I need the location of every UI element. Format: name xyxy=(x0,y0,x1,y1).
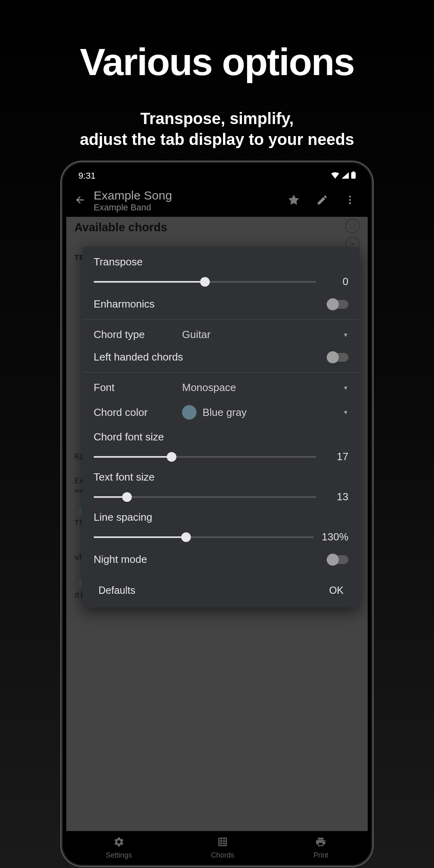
chevron-down-icon: ▼ xyxy=(343,332,348,338)
promo-subtitle-line2: adjust the tab display to your needs xyxy=(80,130,354,148)
night-mode-toggle[interactable] xyxy=(327,555,348,564)
phone-frame: 9:31 Example Song Example Band xyxy=(60,161,374,867)
left-handed-label: Left handed chords xyxy=(94,351,183,363)
left-handed-toggle[interactable] xyxy=(327,353,348,362)
nav-chords[interactable]: Chords xyxy=(211,836,234,860)
expand-icon[interactable] xyxy=(345,219,360,233)
svg-rect-0 xyxy=(351,172,356,179)
chord-color-label: Chord color xyxy=(94,406,174,419)
chevron-down-icon: ▼ xyxy=(343,385,348,391)
chord-font-size-slider[interactable] xyxy=(94,456,316,458)
status-time: 9:31 xyxy=(78,171,96,181)
promo-title: Various options xyxy=(0,40,434,84)
chord-type-label: Chord type xyxy=(94,328,174,341)
nav-settings[interactable]: Settings xyxy=(106,836,132,860)
pencil-icon[interactable] xyxy=(312,190,332,212)
font-label: Font xyxy=(94,381,174,394)
chords-grid-icon xyxy=(217,836,228,850)
font-value: Monospace xyxy=(182,381,335,394)
enharmonics-toggle[interactable] xyxy=(327,300,348,309)
text-font-size-slider[interactable] xyxy=(94,496,316,498)
transpose-slider[interactable] xyxy=(94,281,316,283)
signal-icon xyxy=(342,171,349,181)
ok-button[interactable]: OK xyxy=(329,585,344,596)
color-swatch xyxy=(182,405,197,420)
enharmonics-label: Enharmonics xyxy=(94,298,155,310)
header-titles: Example Song Example Band xyxy=(94,189,275,213)
transpose-section: Transpose 0 Enharmonics xyxy=(82,247,360,319)
promo-subtitle: Transpose, simplify, adjust the tab disp… xyxy=(0,108,434,150)
song-title: Example Song xyxy=(94,189,275,202)
print-icon xyxy=(315,836,326,850)
display-section: Font Monospace ▼ Chord color Blue gray ▼… xyxy=(82,373,360,575)
nav-chords-label: Chords xyxy=(211,851,234,860)
transpose-value: 0 xyxy=(324,275,348,288)
options-dialog: Transpose 0 Enharmonics Chord type xyxy=(82,247,360,607)
promo-subtitle-line1: Transpose, simplify, xyxy=(140,110,294,127)
dialog-actions: Defaults OK xyxy=(82,575,360,607)
night-mode-label: Night mode xyxy=(94,553,147,566)
chevron-down-icon: ▼ xyxy=(343,409,348,416)
text-font-size-value: 13 xyxy=(324,491,348,503)
chord-color-value: Blue gray xyxy=(182,405,335,420)
gear-icon xyxy=(113,836,125,850)
font-dropdown[interactable]: Font Monospace ▼ xyxy=(94,381,348,394)
svg-point-2 xyxy=(349,196,351,198)
chord-type-dropdown[interactable]: Chord type Guitar ▼ xyxy=(94,328,348,341)
phone-screen: 9:31 Example Song Example Band xyxy=(66,167,368,861)
line-spacing-slider[interactable] xyxy=(94,536,314,538)
bottom-nav: Settings Chords Print xyxy=(66,831,368,861)
transpose-label: Transpose xyxy=(94,256,348,268)
line-spacing-label: Line spacing xyxy=(94,511,348,524)
battery-icon xyxy=(351,171,356,181)
chord-font-size-label: Chord font size xyxy=(94,431,348,443)
chord-font-size-value: 17 xyxy=(324,450,348,463)
text-font-size-label: Text font size xyxy=(94,471,348,483)
band-name: Example Band xyxy=(94,202,275,213)
star-icon[interactable] xyxy=(283,189,304,212)
more-vert-icon[interactable] xyxy=(340,190,360,211)
svg-rect-5 xyxy=(219,838,227,846)
svg-point-4 xyxy=(349,202,351,204)
nav-print[interactable]: Print xyxy=(313,836,328,860)
chord-type-value: Guitar xyxy=(182,328,335,341)
available-chords-header: Available chords xyxy=(74,221,167,234)
defaults-button[interactable]: Defaults xyxy=(98,585,135,596)
nav-settings-label: Settings xyxy=(106,851,132,860)
svg-point-3 xyxy=(349,199,351,201)
chord-color-name: Blue gray xyxy=(203,406,247,419)
wifi-icon xyxy=(331,171,339,181)
nav-print-label: Print xyxy=(313,851,328,860)
app-header: Example Song Example Band xyxy=(66,185,368,217)
chord-section: Chord type Guitar ▼ Left handed chords xyxy=(82,320,360,372)
status-icons xyxy=(331,171,356,181)
chord-color-dropdown[interactable]: Chord color Blue gray ▼ xyxy=(94,405,348,420)
back-arrow-icon[interactable] xyxy=(74,194,86,207)
line-spacing-value: 130% xyxy=(322,531,349,543)
status-bar: 9:31 xyxy=(66,167,368,185)
svg-rect-1 xyxy=(352,171,354,173)
